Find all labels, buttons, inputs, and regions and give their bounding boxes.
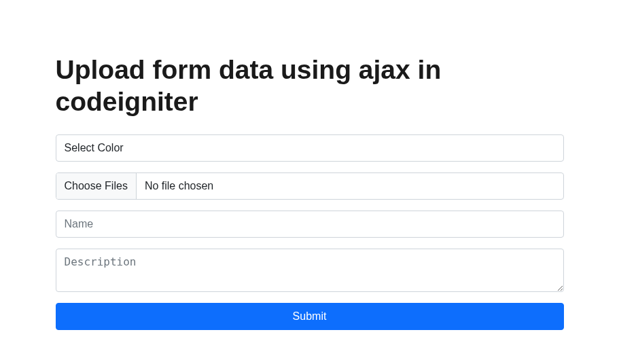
description-textarea[interactable] — [56, 249, 564, 292]
description-group — [56, 249, 564, 292]
file-status-text: No file chosen — [137, 173, 563, 199]
submit-group: Submit — [56, 303, 564, 330]
color-select[interactable]: Select Color — [56, 134, 564, 162]
form-container: Upload form data using ajax in codeignit… — [46, 54, 574, 330]
page-title: Upload form data using ajax in codeignit… — [56, 54, 564, 118]
choose-files-button[interactable]: Choose Files — [56, 173, 137, 199]
file-group: Choose Files No file chosen — [56, 172, 564, 200]
file-input[interactable]: Choose Files No file chosen — [56, 172, 564, 200]
color-group: Select Color — [56, 134, 564, 162]
name-group — [56, 211, 564, 238]
submit-button[interactable]: Submit — [56, 303, 564, 330]
name-input[interactable] — [56, 211, 564, 238]
upload-form: Select Color Choose Files No file chosen… — [56, 134, 564, 330]
